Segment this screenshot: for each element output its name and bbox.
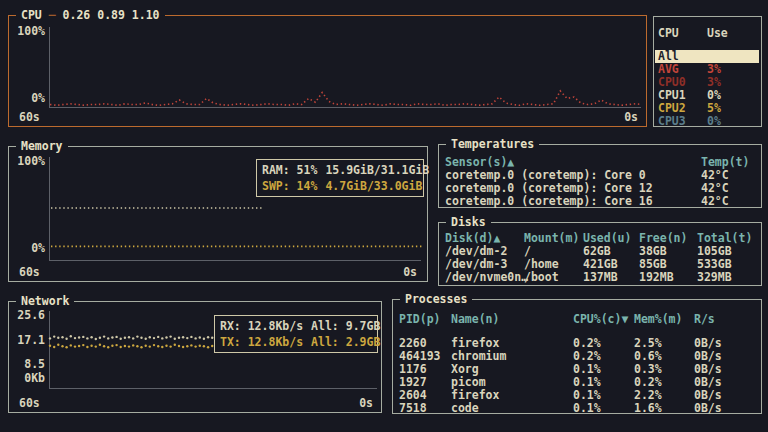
processes-table-header: PID(p)Name(n)CPU%(c)▼Mem%(m)R/s bbox=[393, 313, 761, 326]
processes-header-col-2[interactable]: CPU%(c)▼ bbox=[573, 313, 634, 326]
memory-panel-title: Memory bbox=[16, 138, 68, 154]
disks-panel-title: Disks bbox=[446, 214, 491, 230]
disks-panel[interactable]: Disks Disk(d)▲Mount(m)Used(u)Free(n)Tota… bbox=[438, 222, 762, 286]
network-y-tick-4: 0Kb bbox=[9, 372, 45, 385]
tx-rate-label: TX: 12.8Kb/s bbox=[220, 335, 303, 350]
cpu-panel[interactable]: CPU ─ 0.26 0.89 1.10 100% 0% 60s 0s bbox=[8, 15, 647, 127]
processes-panel-title: Processes bbox=[400, 291, 472, 307]
cpu-x-axis-left-label: 60s bbox=[19, 111, 40, 124]
rx-rate-label: RX: 12.8Kb/s bbox=[220, 319, 303, 334]
processes-header-col-1[interactable]: Name(n) bbox=[451, 313, 573, 326]
memory-x-axis-left-label: 60s bbox=[19, 266, 40, 279]
network-panel-title: Network bbox=[16, 293, 74, 309]
processes-header-col-0[interactable]: PID(p) bbox=[399, 313, 451, 326]
cpu-table-header: CPU Use bbox=[654, 27, 728, 40]
processes-header-col-3[interactable]: Mem%(m) bbox=[634, 313, 694, 326]
cpu-title-separator: ─ bbox=[49, 8, 56, 22]
network-y-tick-3: 8.5 bbox=[9, 358, 45, 371]
memory-legend-swap-row: SWP: 14% 4.7GiB/33.0GiB bbox=[262, 179, 418, 194]
disk-cell-3: 192MB bbox=[639, 271, 697, 284]
cpu-graph-axis bbox=[49, 27, 641, 108]
ram-usage-label: RAM: 51% bbox=[262, 163, 317, 178]
sensor-name: coretemp.0 (coretemp): Core 16 bbox=[445, 195, 701, 208]
disks-header-col-1[interactable]: Mount(m) bbox=[524, 232, 583, 245]
cpu-title-label: CPU bbox=[21, 8, 42, 22]
memory-x-axis-right-label: 0s bbox=[403, 266, 417, 279]
network-x-axis-left-label: 60s bbox=[19, 397, 40, 410]
cpu-table-rows: AllAVG3%CPU03%CPU10%CPU25%CPU30% bbox=[654, 50, 761, 128]
network-y-tick-2: 17.1 bbox=[9, 334, 45, 347]
cpu-load-average: 0.26 0.89 1.10 bbox=[63, 8, 160, 22]
cpu-x-axis-right-label: 0s bbox=[624, 111, 638, 124]
disk-row[interactable]: /dev/nvme0n…/boot137MB192MB329MB bbox=[439, 271, 761, 284]
disk-cell-2: 137MB bbox=[583, 271, 639, 284]
process-cell-1: code bbox=[451, 402, 573, 415]
memory-y-axis-bottom-label: 0% bbox=[9, 242, 45, 255]
swap-usage-detail: 4.7GiB/33.0GiB bbox=[325, 179, 422, 194]
process-cell-3: 1.6% bbox=[634, 402, 694, 415]
disks-table-rows: /dev/dm-2/62GB38GB105GB/dev/dm-3/home421… bbox=[439, 245, 761, 284]
process-cell-2: 0.1% bbox=[573, 402, 634, 415]
network-panel[interactable]: Network 25.6 17.1 8.5 0Kb RX: 12.8Kb/s A… bbox=[8, 301, 382, 413]
cpu-panel-title: CPU ─ 0.26 0.89 1.10 bbox=[16, 7, 165, 23]
network-y-tick-1: 25.6 bbox=[9, 309, 45, 322]
temperatures-panel[interactable]: Temperatures Sensor(s)▲ Temp(t) coretemp… bbox=[438, 144, 762, 208]
temperatures-table-rows: coretemp.0 (coretemp): Core 042°Ccoretem… bbox=[439, 169, 761, 208]
processes-table-rows: 2260firefox0.2%2.5%0B/s464193chromium0.2… bbox=[393, 337, 761, 415]
cpu-core-usage: 0% bbox=[707, 115, 761, 128]
cpu-table-row[interactable]: CPU30% bbox=[654, 115, 761, 128]
network-legend-rx-row: RX: 12.8Kb/s All: 9.7GB bbox=[220, 319, 372, 334]
sensor-temp: 42°C bbox=[701, 195, 761, 208]
memory-y-axis-top-label: 100% bbox=[9, 155, 45, 168]
swap-usage-label: SWP: 14% bbox=[262, 179, 317, 194]
network-legend: RX: 12.8Kb/s All: 9.7GB TX: 12.8Kb/s All… bbox=[214, 315, 378, 353]
temperatures-panel-title: Temperatures bbox=[446, 136, 539, 152]
disk-cell-0: /dev/nvme0n… bbox=[445, 271, 524, 284]
processes-header-col-4[interactable]: R/s bbox=[694, 313, 761, 326]
rx-total-label: All: 9.7GB bbox=[311, 319, 380, 334]
cpu-table-header-use[interactable]: Use bbox=[707, 27, 728, 40]
ram-usage-detail: 15.9GiB/31.1GiB bbox=[325, 163, 429, 178]
process-cell-4: 0B/s bbox=[694, 402, 761, 415]
tx-total-label: All: 2.9GB bbox=[311, 335, 380, 350]
memory-legend: RAM: 51% 15.9GiB/31.1GiB SWP: 14% 4.7GiB… bbox=[256, 159, 424, 197]
cpu-usage-graph bbox=[50, 27, 642, 108]
cpu-y-axis-bottom-label: 0% bbox=[9, 92, 45, 105]
cpu-core-label: CPU3 bbox=[658, 115, 707, 128]
disk-cell-4: 329MB bbox=[697, 271, 761, 284]
memory-legend-ram-row: RAM: 51% 15.9GiB/31.1GiB bbox=[262, 163, 418, 178]
process-cell-0: 7518 bbox=[399, 402, 451, 415]
cpu-legend-table-panel[interactable]: CPU Use AllAVG3%CPU03%CPU10%CPU25%CPU30% bbox=[653, 16, 762, 127]
memory-panel[interactable]: Memory 100% 0% RAM: 51% 15.9GiB/31.1GiB … bbox=[8, 146, 428, 282]
processes-panel[interactable]: Processes PID(p)Name(n)CPU%(c)▼Mem%(m)R/… bbox=[392, 299, 762, 414]
disk-cell-1: /boot bbox=[524, 271, 583, 284]
cpu-y-axis-top-label: 100% bbox=[9, 25, 45, 38]
system-monitor-screen: CPU ─ 0.26 0.89 1.10 100% 0% 60s 0s CPU … bbox=[0, 0, 768, 432]
network-legend-tx-row: TX: 12.8Kb/s All: 2.9GB bbox=[220, 335, 372, 350]
process-row[interactable]: 7518code0.1%1.6%0B/s bbox=[393, 402, 761, 415]
network-x-axis-right-label: 0s bbox=[359, 397, 373, 410]
cpu-table-header-cpu[interactable]: CPU bbox=[658, 27, 707, 40]
temperature-row[interactable]: coretemp.0 (coretemp): Core 1642°C bbox=[439, 195, 761, 208]
